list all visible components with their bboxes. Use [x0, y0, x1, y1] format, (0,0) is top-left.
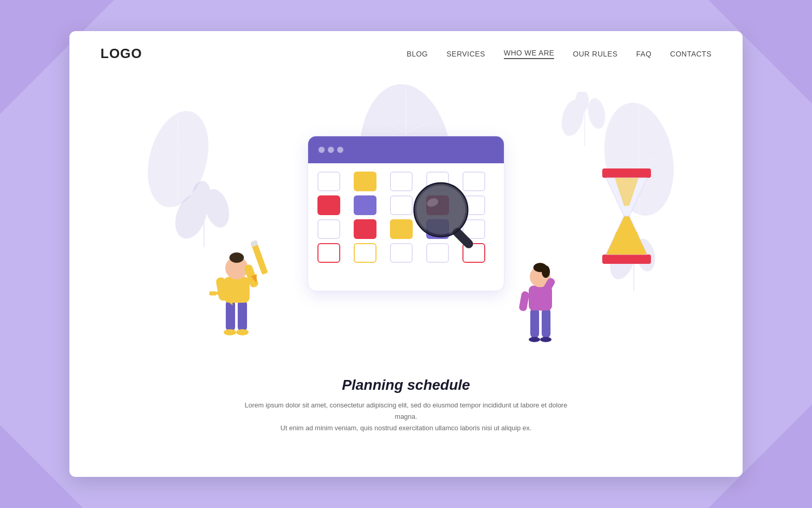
calendar-header	[308, 136, 504, 163]
cal-cell-r3c2	[354, 219, 376, 239]
cal-cell-r3c5	[462, 219, 485, 239]
description-line2: Ut enim ad minim veniam, quis nostrud ex…	[281, 424, 532, 432]
cal-dot-1	[318, 147, 325, 153]
text-section: Planning schedule Lorem ipsum dolor sit …	[137, 366, 675, 449]
cal-cell-r1c2	[354, 172, 376, 191]
nav-services[interactable]: SERVICES	[446, 50, 485, 58]
cal-cell-r4c4	[426, 243, 449, 263]
svg-point-60	[542, 265, 550, 278]
cal-cell-r2c5	[462, 195, 485, 215]
svg-rect-36	[602, 168, 651, 178]
nav-blog[interactable]: BLOG	[407, 50, 428, 58]
nav-who-we-are[interactable]: WHO WE ARE	[504, 49, 555, 59]
cal-cell-r3c4	[426, 219, 449, 239]
page-heading: Planning schedule	[240, 377, 572, 393]
cal-cell-r1c1	[317, 172, 340, 191]
svg-point-44	[229, 252, 244, 263]
svg-point-56	[540, 337, 552, 342]
cal-cell-r3c3	[390, 219, 413, 239]
cal-cell-r2c3	[390, 195, 413, 215]
person-left	[204, 238, 271, 352]
cal-cell-r2c1	[317, 195, 340, 215]
cal-dot-2	[328, 147, 334, 153]
navigation: BLOG SERVICES WHO WE ARE OUR RULES FAQ C…	[407, 49, 712, 59]
cal-cell-r4c1	[317, 243, 340, 263]
description-line1: Lorem ipsum dolor sit amet, consectetur …	[245, 401, 568, 420]
logo: LOGO	[100, 46, 142, 62]
main-card: LOGO BLOG SERVICES WHO WE ARE OUR RULES …	[69, 31, 743, 477]
svg-point-40	[224, 329, 236, 335]
cal-cell-r1c4	[426, 172, 449, 191]
nav-our-rules[interactable]: OUR RULES	[573, 50, 617, 58]
svg-rect-39	[238, 300, 247, 331]
nav-faq[interactable]: FAQ	[636, 50, 652, 58]
nav-contacts[interactable]: CONTACTS	[670, 50, 712, 58]
cal-cell-r2c2	[354, 195, 376, 215]
cal-cell-r1c5	[462, 172, 485, 191]
header: LOGO BLOG SERVICES WHO WE ARE OUR RULES …	[69, 31, 743, 76]
svg-point-41	[236, 329, 249, 335]
svg-rect-53	[530, 308, 539, 338]
cal-cell-r1c3	[390, 172, 413, 191]
cal-dot-3	[337, 147, 343, 153]
cal-cell-r4c5	[462, 243, 485, 263]
page-description: Lorem ipsum dolor sit amet, consectetur …	[240, 400, 572, 434]
cal-cell-r4c2	[354, 243, 376, 263]
main-content: Planning schedule Lorem ipsum dolor sit …	[69, 76, 743, 477]
svg-rect-51	[209, 291, 216, 295]
cal-cell-r2c4	[426, 195, 449, 215]
cal-cell-r3c1	[317, 219, 340, 239]
svg-point-55	[529, 337, 540, 342]
calendar	[308, 136, 504, 291]
calendar-body	[308, 163, 504, 271]
svg-rect-37	[602, 255, 651, 264]
hourglass-icon	[598, 164, 655, 268]
person-right	[516, 248, 568, 352]
cal-cell-r4c3	[390, 243, 413, 263]
svg-rect-62	[518, 291, 529, 312]
illustration	[69, 76, 743, 366]
svg-rect-38	[226, 300, 235, 331]
svg-rect-54	[542, 308, 550, 338]
